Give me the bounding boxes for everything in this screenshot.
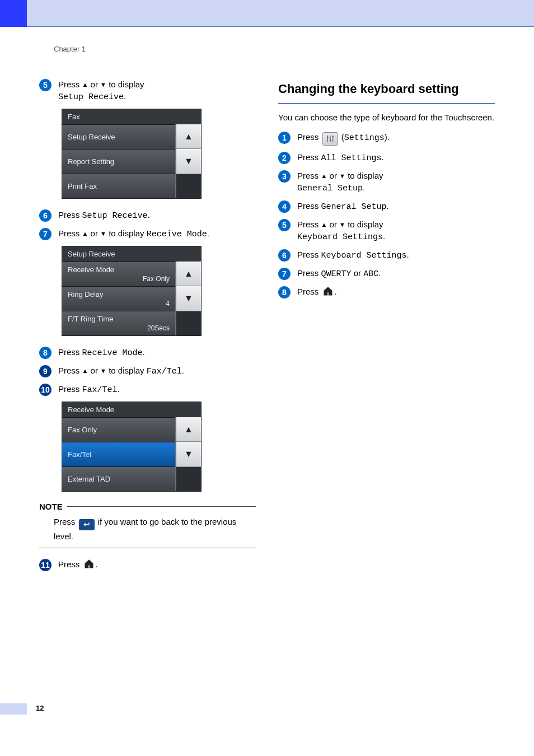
scroll-up-button[interactable]: ▲	[176, 417, 201, 442]
screen-row-fax-tel[interactable]: Fax/Tel	[62, 442, 175, 466]
scroll-spacer	[176, 174, 201, 198]
step-number: 5	[278, 219, 291, 231]
scroll-up-button[interactable]: ▲	[176, 262, 201, 286]
up-arrow-icon: ▲	[321, 172, 327, 179]
scroll-spacer	[176, 467, 201, 491]
step-10: 10 Press Fax/Tel.	[39, 383, 256, 396]
down-arrow-icon: ▼	[100, 367, 106, 374]
settings-icon	[322, 132, 338, 146]
step-number: 6	[39, 209, 51, 222]
screen-row-external-tad[interactable]: External TAD	[62, 466, 175, 491]
step-r7: 7 Press QWERTY or ABC.	[278, 267, 495, 280]
scroll-down-button[interactable]: ▼	[176, 149, 201, 174]
screen-row-ring-delay[interactable]: Ring Delay4	[62, 286, 175, 311]
down-arrow-icon: ▼	[339, 172, 345, 179]
step-r5: 5 Press ▲ or ▼ to display Keyboard Setti…	[278, 218, 495, 243]
up-arrow-icon: ▲	[82, 367, 88, 374]
step-r3: 3 Press ▲ or ▼ to display General Setup.	[278, 170, 495, 194]
section-rule	[278, 103, 495, 104]
scroll-down-button[interactable]: ▼	[176, 442, 201, 466]
step-text: Press ▲ or ▼ to display Setup Receive.	[58, 78, 144, 103]
step-number: 11	[39, 559, 51, 571]
step-9: 9 Press ▲ or ▼ to display Fax/Tel.	[39, 365, 256, 377]
screen-row-ft-ring-time[interactable]: F/T Ring Time20Secs	[62, 311, 175, 335]
scroll-up-button[interactable]: ▲	[176, 124, 201, 149]
page-number: 12	[36, 704, 44, 712]
step-number: 3	[278, 170, 291, 183]
note-label: NOTE	[39, 502, 63, 511]
step-5: 5 Press ▲ or ▼ to display Setup Receive.	[39, 78, 256, 103]
scroll-down-button[interactable]: ▼	[176, 286, 201, 311]
svg-point-0	[327, 137, 329, 138]
up-arrow-icon: ▲	[321, 221, 327, 228]
corner-accent	[0, 0, 27, 27]
note-rule	[39, 548, 256, 548]
left-column: 5 Press ▲ or ▼ to display Setup Receive.…	[39, 78, 256, 689]
home-icon	[83, 558, 95, 570]
screen-title: Setup Receive	[62, 246, 201, 262]
step-r4: 4 Press General Setup.	[278, 200, 495, 213]
screen-title: Fax	[62, 109, 201, 124]
screen-row-fax-only[interactable]: Fax Only	[62, 417, 175, 442]
section-intro: You can choose the type of keyboard for …	[278, 112, 495, 123]
page-accent	[0, 703, 27, 715]
step-number: 8	[39, 347, 51, 359]
step-number: 8	[278, 286, 291, 298]
step-number: 10	[39, 384, 51, 396]
step-8: 8 Press Receive Mode.	[39, 346, 256, 359]
chapter-label: Chapter 1	[54, 45, 86, 53]
step-7: 7 Press ▲ or ▼ to display Receive Mode.	[39, 227, 256, 240]
down-arrow-icon: ▼	[100, 230, 106, 237]
step-number: 1	[278, 132, 291, 144]
step-number: 7	[39, 228, 51, 240]
touchscreen-receive-mode: Receive Mode Fax Only Fax/Tel External T…	[62, 402, 202, 492]
step-r1: 1 Press (Settings).	[278, 131, 495, 146]
step-r2: 2 Press All Settings.	[278, 151, 495, 164]
step-number: 6	[278, 249, 291, 262]
down-arrow-icon: ▼	[100, 81, 106, 88]
step-number: 4	[278, 200, 291, 213]
svg-point-1	[329, 139, 331, 141]
note-block: NOTE Press ↩ if you want to go back to t…	[39, 502, 256, 548]
step-number: 5	[39, 79, 51, 91]
step-number: 9	[39, 365, 51, 377]
back-icon: ↩	[79, 519, 95, 530]
section-heading: Changing the keyboard setting	[278, 82, 495, 96]
note-body: Press ↩ if you want to go back to the pr…	[39, 516, 256, 542]
step-6: 6 Press Setup Receive.	[39, 209, 256, 222]
step-r6: 6 Press Keyboard Settings.	[278, 249, 495, 262]
step-r8: 8 Press .	[278, 286, 495, 298]
screen-title: Receive Mode	[62, 402, 201, 417]
touchscreen-fax: Fax Setup Receive Report Setting Print F…	[62, 109, 202, 199]
right-column: Changing the keyboard setting You can ch…	[278, 78, 495, 689]
note-rule	[67, 506, 256, 507]
screen-row-print-fax[interactable]: Print Fax	[62, 174, 175, 198]
home-icon	[322, 286, 334, 297]
touchscreen-setup-receive: Setup Receive Receive ModeFax Only Ring …	[62, 246, 202, 336]
up-arrow-icon: ▲	[82, 230, 88, 237]
scroll-spacer	[176, 311, 201, 335]
screen-row-report-setting[interactable]: Report Setting	[62, 149, 175, 174]
screen-row-receive-mode[interactable]: Receive ModeFax Only	[62, 262, 175, 286]
up-arrow-icon: ▲	[82, 81, 88, 88]
svg-point-2	[332, 136, 334, 138]
step-number: 7	[278, 268, 291, 280]
down-arrow-icon: ▼	[339, 221, 345, 228]
step-11: 11 Press .	[39, 558, 256, 571]
screen-row-setup-receive[interactable]: Setup Receive	[62, 124, 175, 149]
step-number: 2	[278, 152, 291, 164]
top-strip	[27, 0, 534, 27]
